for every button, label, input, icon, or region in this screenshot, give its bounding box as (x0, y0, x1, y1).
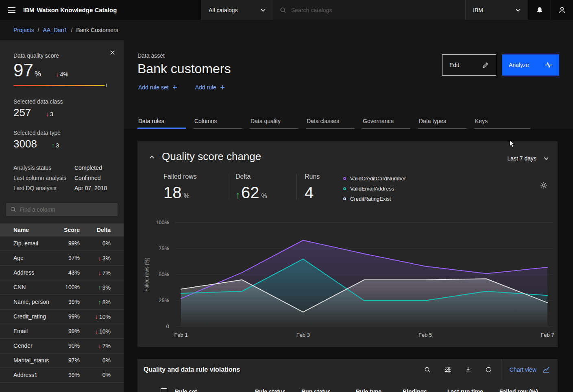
close-icon[interactable] (106, 46, 119, 59)
data-type-label: Selected data type (13, 130, 117, 136)
filter-sliders-icon (444, 366, 451, 373)
breadcrumb-item[interactable]: Projects (13, 27, 34, 33)
column-delta: ↓10% (80, 328, 111, 335)
legend-item[interactable]: ValidCreditCardNumber (343, 175, 406, 182)
table-search-button[interactable] (417, 359, 438, 380)
meta-row: Last DQ analysisApr 07, 2018 (13, 183, 117, 193)
catalog-selector[interactable]: All catalogs (201, 0, 273, 20)
search-input[interactable] (291, 7, 459, 13)
column-row[interactable]: Credit_rating99%↓10% (0, 310, 124, 324)
tab-data-quality[interactable]: Data quality (250, 115, 298, 129)
column-row[interactable]: Address43%↓7% (0, 266, 124, 280)
score-marker (106, 84, 107, 87)
column-delta-value: 3% (102, 255, 111, 262)
bell-icon (536, 6, 543, 14)
notifications-button[interactable] (528, 0, 551, 20)
data-type-delta-value: 3 (56, 142, 59, 149)
tab-keys[interactable]: Keys (474, 115, 531, 129)
data-class-label: Selected data class (13, 98, 117, 105)
column-row[interactable]: Name, person99%↑8% (0, 295, 124, 310)
violations-toolbar: Chart view (417, 359, 558, 380)
catalog-selector-label: All catalogs (209, 7, 238, 13)
filter-button[interactable] (438, 359, 458, 380)
tab-governance[interactable]: Governance (362, 115, 410, 129)
column-score-table: Name Score Delta Zip, email99%0%Age97%↓3… (0, 223, 124, 383)
column-score: 99% (57, 328, 80, 334)
breadcrumb-separator: / (71, 27, 72, 33)
legend-label: ValidCreditCardNumber (350, 175, 406, 182)
column-header-name: Name (13, 227, 57, 233)
column-score: 100% (57, 284, 80, 290)
column-row[interactable]: Age97%↓3% (0, 251, 124, 266)
legend-item[interactable]: CreditRatingExist (343, 196, 406, 202)
data-quality-sidebar: Data quality score 97 % ↓4% Selected dat… (0, 40, 124, 392)
chart-legend: ValidCreditCardNumberValidEmailAddressCr… (343, 175, 406, 202)
metric-unit: % (184, 193, 190, 199)
violations-column-header: Rule set (175, 388, 255, 392)
find-column-search (6, 203, 118, 216)
time-range-selector[interactable]: Last 7 days (507, 155, 549, 162)
column-name: Credit_rating (13, 313, 57, 320)
quality-score-change-card: Quality score change Last 7 days Failed … (137, 141, 558, 347)
tab-columns[interactable]: Columns (194, 115, 242, 129)
brand-prefix: IBM (23, 6, 35, 13)
svg-text:Feb 3: Feb 3 (296, 332, 310, 338)
column-score: 99% (57, 313, 80, 320)
refresh-button[interactable] (478, 359, 499, 380)
search-icon (280, 7, 286, 13)
column-delta-value: 8% (102, 299, 111, 305)
legend-ring-icon (343, 197, 346, 200)
analyze-button[interactable]: Analyze (502, 54, 559, 76)
tab-data-classes[interactable]: Data classes (306, 115, 354, 129)
data-type-count: 3008 (13, 139, 37, 149)
find-column-input[interactable] (20, 206, 113, 213)
data-class-delta-value: 3 (50, 111, 53, 117)
download-icon (465, 366, 471, 373)
user-profile-button[interactable] (551, 0, 573, 20)
legend-label: CreditRatingExist (350, 196, 391, 202)
tab-data-types[interactable]: Data types (418, 115, 466, 129)
refresh-icon (485, 366, 492, 373)
column-name: Address (13, 269, 57, 276)
column-delta-value: 0% (102, 372, 111, 378)
breadcrumb-item[interactable]: AA_Dan1 (43, 27, 67, 33)
column-delta-value: 7% (102, 343, 111, 349)
select-all-checkbox[interactable] (161, 388, 167, 392)
column-row[interactable]: Address199%0% (0, 368, 124, 383)
column-row[interactable]: Zip, email99%0% (0, 236, 124, 251)
metric-value: 62 (241, 184, 259, 201)
chart-view-toggle[interactable]: Chart view (501, 359, 558, 380)
add-rule-set-link[interactable]: Add rule set (138, 84, 177, 91)
collapse-section-button[interactable] (147, 153, 156, 162)
svg-text:0: 0 (166, 323, 169, 329)
metric-unit: % (261, 193, 267, 199)
quality-line-chart: 100%75%50%25%0Failed rows (%)Feb 1Feb 3F… (137, 217, 558, 342)
hamburger-menu-button[interactable] (0, 0, 23, 20)
column-name: Address1 (13, 372, 57, 378)
arrow-up-icon: ↑ (98, 299, 101, 305)
column-row[interactable]: Email99%↓10% (0, 324, 124, 339)
add-rule-set-label: Add rule set (138, 84, 169, 91)
legend-item[interactable]: ValidEmailAddress (343, 186, 406, 192)
column-row[interactable]: Marital_status97%0% (0, 353, 124, 368)
column-delta: ↓7% (80, 342, 111, 349)
meta-value: Confirmed (74, 175, 101, 181)
column-row[interactable]: Gender90%↓7% (0, 339, 124, 353)
svg-text:100%: 100% (156, 219, 170, 225)
edit-button[interactable]: Edit (442, 54, 496, 76)
chart-settings-button[interactable] (539, 180, 549, 190)
arrow-up-icon: ↑ (52, 142, 55, 149)
violations-column-header: Bindings (403, 388, 447, 392)
account-selector[interactable]: IBM (465, 0, 528, 20)
metric-runs: Runs 4 (296, 173, 333, 201)
column-delta: ↑8% (80, 299, 111, 305)
column-row[interactable]: CNN100%↑9% (0, 280, 124, 295)
tab-data-rules[interactable]: Data rules (137, 115, 186, 129)
arrow-down-icon: ↓ (98, 269, 101, 276)
column-score: 43% (57, 269, 80, 276)
arrow-up-icon: ↑ (235, 190, 240, 200)
arrow-down-icon: ↓ (98, 255, 101, 262)
add-rule-link[interactable]: Add rule (195, 84, 225, 91)
meta-value: Completed (74, 165, 102, 171)
download-button[interactable] (458, 359, 478, 380)
